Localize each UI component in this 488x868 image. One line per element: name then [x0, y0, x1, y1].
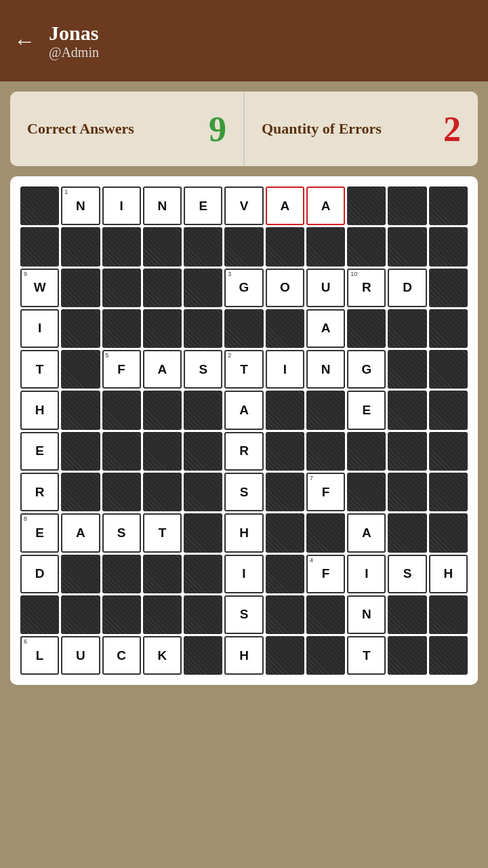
- grid-cell[interactable]: [388, 636, 426, 675]
- grid-cell[interactable]: A: [143, 350, 182, 389]
- grid-cell[interactable]: [429, 391, 468, 429]
- grid-cell[interactable]: [388, 227, 426, 266]
- grid-cell[interactable]: [429, 227, 468, 266]
- grid-cell[interactable]: H: [20, 391, 59, 429]
- grid-cell[interactable]: [266, 555, 304, 593]
- grid-cell[interactable]: K: [143, 636, 182, 675]
- grid-cell[interactable]: [143, 391, 182, 429]
- grid-cell[interactable]: [143, 555, 182, 593]
- grid-cell[interactable]: [388, 391, 426, 429]
- grid-cell[interactable]: [388, 513, 426, 552]
- grid-cell[interactable]: A: [61, 513, 100, 552]
- grid-cell[interactable]: H: [429, 555, 468, 593]
- grid-cell[interactable]: [347, 227, 386, 266]
- grid-cell[interactable]: [306, 227, 345, 266]
- grid-cell[interactable]: 3G: [224, 269, 263, 307]
- grid-cell[interactable]: R: [20, 473, 59, 511]
- grid-cell[interactable]: [388, 432, 426, 471]
- grid-cell[interactable]: [61, 473, 100, 511]
- grid-cell[interactable]: [306, 513, 345, 552]
- grid-cell[interactable]: [184, 636, 222, 675]
- grid-cell[interactable]: [184, 391, 222, 429]
- grid-cell[interactable]: [266, 309, 304, 348]
- grid-cell[interactable]: [61, 555, 100, 593]
- grid-cell[interactable]: [143, 595, 182, 634]
- grid-cell[interactable]: S: [388, 555, 426, 593]
- grid-cell[interactable]: [266, 227, 304, 266]
- grid-cell[interactable]: S: [102, 513, 141, 552]
- grid-cell[interactable]: N: [347, 595, 386, 634]
- grid-cell[interactable]: R: [224, 432, 263, 471]
- grid-cell[interactable]: [20, 186, 59, 225]
- grid-cell[interactable]: [429, 309, 468, 348]
- grid-cell[interactable]: [388, 595, 426, 634]
- grid-cell[interactable]: A: [347, 513, 386, 552]
- grid-cell[interactable]: [102, 432, 141, 471]
- grid-cell[interactable]: [102, 391, 141, 429]
- grid-cell[interactable]: U: [61, 636, 100, 675]
- grid-cell[interactable]: H: [224, 636, 263, 675]
- grid-cell[interactable]: [266, 432, 304, 471]
- grid-cell[interactable]: [306, 391, 345, 429]
- grid-cell[interactable]: 6L: [20, 636, 59, 675]
- grid-cell[interactable]: [266, 473, 304, 511]
- grid-cell[interactable]: [143, 473, 182, 511]
- grid-cell[interactable]: N: [306, 350, 345, 389]
- grid-cell[interactable]: 5F: [102, 350, 141, 389]
- grid-cell[interactable]: [347, 186, 386, 225]
- grid-cell[interactable]: E: [20, 432, 59, 471]
- grid-cell[interactable]: A: [224, 391, 263, 429]
- grid-cell[interactable]: [306, 636, 345, 675]
- grid-cell[interactable]: [61, 309, 100, 348]
- grid-cell[interactable]: H: [224, 513, 263, 552]
- grid-cell[interactable]: 10R: [347, 269, 386, 307]
- grid-cell[interactable]: [20, 227, 59, 266]
- grid-cell[interactable]: [224, 227, 263, 266]
- grid-cell[interactable]: I: [266, 350, 304, 389]
- grid-cell[interactable]: S: [184, 350, 222, 389]
- grid-cell[interactable]: [388, 186, 426, 225]
- grid-cell[interactable]: A: [266, 186, 304, 225]
- grid-cell[interactable]: [429, 636, 468, 675]
- grid-cell[interactable]: [429, 186, 468, 225]
- grid-cell[interactable]: 2T: [224, 350, 263, 389]
- grid-cell[interactable]: [347, 473, 386, 511]
- grid-cell[interactable]: [184, 513, 222, 552]
- grid-cell[interactable]: [429, 473, 468, 511]
- grid-cell[interactable]: [347, 432, 386, 471]
- grid-cell[interactable]: C: [102, 636, 141, 675]
- grid-cell[interactable]: [61, 391, 100, 429]
- grid-cell[interactable]: [429, 350, 468, 389]
- back-button[interactable]: ←: [14, 28, 35, 54]
- grid-cell[interactable]: [429, 595, 468, 634]
- grid-cell[interactable]: [429, 432, 468, 471]
- grid-cell[interactable]: E: [184, 186, 222, 225]
- grid-cell[interactable]: U: [306, 269, 345, 307]
- grid-cell[interactable]: I: [224, 555, 263, 593]
- grid-cell[interactable]: 7F: [306, 473, 345, 511]
- grid-cell[interactable]: [102, 309, 141, 348]
- grid-cell[interactable]: D: [20, 555, 59, 593]
- grid-cell[interactable]: [388, 473, 426, 511]
- grid-cell[interactable]: [224, 309, 263, 348]
- grid-cell[interactable]: D: [388, 269, 426, 307]
- grid-cell[interactable]: [266, 595, 304, 634]
- grid-cell[interactable]: [266, 636, 304, 675]
- grid-cell[interactable]: [20, 595, 59, 634]
- grid-cell[interactable]: [266, 391, 304, 429]
- grid-cell[interactable]: 8E: [20, 513, 59, 552]
- grid-cell[interactable]: [61, 227, 100, 266]
- grid-cell[interactable]: S: [224, 473, 263, 511]
- grid-cell[interactable]: [429, 513, 468, 552]
- grid-cell[interactable]: [306, 595, 345, 634]
- grid-cell[interactable]: [143, 432, 182, 471]
- grid-cell[interactable]: [61, 432, 100, 471]
- grid-cell[interactable]: N: [143, 186, 182, 225]
- grid-cell[interactable]: T: [143, 513, 182, 552]
- grid-cell[interactable]: [102, 555, 141, 593]
- grid-cell[interactable]: A: [306, 186, 345, 225]
- grid-cell[interactable]: [184, 269, 222, 307]
- grid-cell[interactable]: [61, 269, 100, 307]
- grid-cell[interactable]: T: [347, 636, 386, 675]
- grid-cell[interactable]: [388, 309, 426, 348]
